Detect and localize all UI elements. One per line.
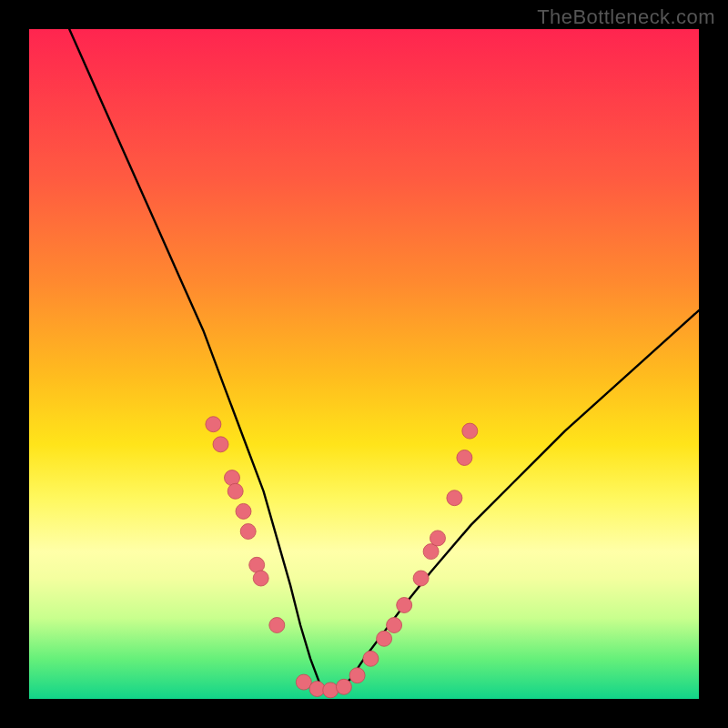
data-marker (323, 682, 339, 698)
data-marker (206, 417, 221, 432)
data-marker (349, 668, 365, 683)
data-marker (225, 470, 240, 486)
data-marker (336, 679, 351, 694)
data-marker (377, 631, 392, 646)
data-marker (269, 618, 285, 633)
data-marker (228, 483, 243, 499)
data-marker (447, 490, 462, 506)
data-marker (387, 618, 402, 633)
data-marker (397, 598, 412, 613)
watermark-label: TheBottleneck.com (537, 5, 715, 29)
bottleneck-curve (69, 29, 699, 693)
data-markers (206, 417, 478, 698)
data-marker (253, 571, 268, 586)
data-marker (236, 503, 251, 519)
data-marker (213, 437, 228, 452)
data-marker (363, 651, 379, 666)
data-marker (240, 524, 256, 540)
data-marker (430, 531, 446, 546)
chart-frame: TheBottleneck.com (0, 0, 728, 728)
chart-overlay (29, 29, 699, 699)
data-marker (457, 450, 472, 466)
data-marker (462, 423, 478, 439)
data-marker (413, 571, 429, 586)
